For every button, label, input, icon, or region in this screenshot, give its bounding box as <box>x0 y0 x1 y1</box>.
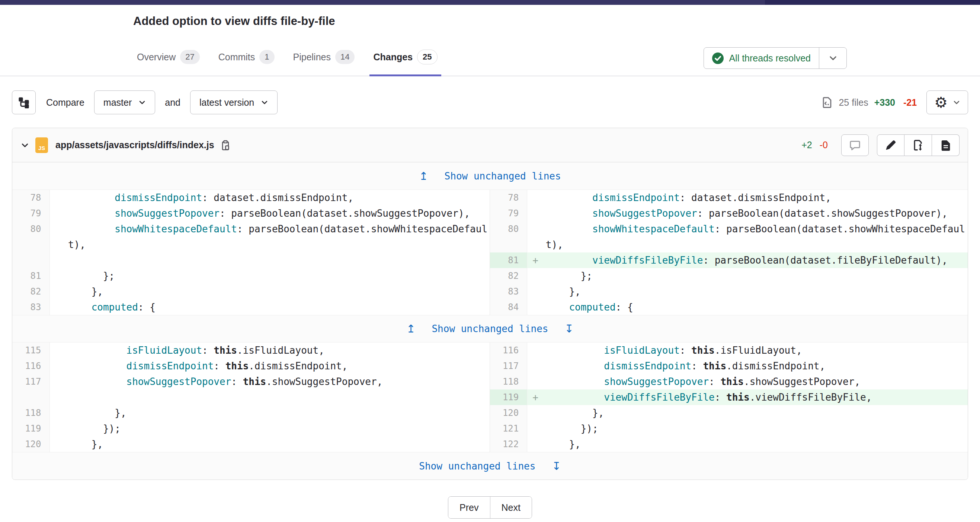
old-line-number[interactable]: 79 <box>12 206 49 221</box>
old-sign-cell <box>49 436 66 452</box>
top-navbar <box>0 0 980 5</box>
new-code-cell: }); <box>544 421 968 436</box>
old-line-number[interactable] <box>12 252 49 268</box>
old-sign-cell <box>49 284 66 299</box>
prev-file-button[interactable]: Prev <box>448 497 490 518</box>
old-sign-cell <box>49 358 66 374</box>
new-sign-cell <box>527 299 544 315</box>
view-file-button[interactable] <box>932 134 959 156</box>
new-line-number[interactable]: 116 <box>490 343 527 358</box>
tab-changes[interactable]: Changes25 <box>369 29 441 76</box>
old-line-number[interactable]: 78 <box>12 190 49 206</box>
new-code-cell: dismissEndpoint: this.dismissEndpoint, <box>544 358 968 374</box>
old-line-number[interactable]: 115 <box>12 343 49 358</box>
new-code-cell: }; <box>544 268 968 284</box>
file-path[interactable]: app/assets/javascripts/diffs/index.js <box>56 140 214 150</box>
toggle-comments-button[interactable] <box>841 134 869 156</box>
diff-stats: 25 files +330 -21 <box>821 97 917 108</box>
new-line-number[interactable]: 80 <box>490 221 527 252</box>
old-line-number[interactable]: 81 <box>12 268 49 284</box>
new-line-number[interactable]: 84 <box>490 299 527 315</box>
next-file-button[interactable]: Next <box>490 497 532 518</box>
expand-lines-link[interactable]: Show unchanged lines <box>431 323 548 334</box>
deletions-count: -21 <box>904 97 917 108</box>
new-line-number[interactable]: 121 <box>490 421 527 436</box>
diff-row: 116 dismissEndpoint: this.dismissEndpoin… <box>12 358 968 374</box>
old-line-number[interactable] <box>12 390 49 405</box>
old-code-cell: computed: { <box>66 299 490 315</box>
old-line-number[interactable]: 119 <box>12 421 49 436</box>
expand-lines-link[interactable]: Show unchanged lines <box>419 461 535 472</box>
copy-to-clipboard-icon[interactable] <box>220 140 231 150</box>
new-line-number[interactable]: 78 <box>490 190 527 206</box>
diff-settings-button[interactable]: ⚙ <box>926 91 968 114</box>
file-actions-group <box>877 134 959 156</box>
tab-label: Overview <box>137 52 176 62</box>
chevron-down-icon <box>138 99 146 106</box>
expand-lines-link[interactable]: Show unchanged lines <box>445 171 561 182</box>
old-code-cell: }, <box>66 436 490 452</box>
expand-up-icon[interactable]: ↥ <box>406 322 415 335</box>
chevron-down-icon <box>261 99 268 106</box>
old-code-cell: }, <box>66 284 490 299</box>
new-sign-cell <box>527 374 544 390</box>
diff-row: 119+ viewDiffsFileByFile: this.viewDiffs… <box>12 390 968 405</box>
old-line-number[interactable]: 82 <box>12 284 49 299</box>
tab-pipelines[interactable]: Pipelines14 <box>290 29 359 76</box>
old-line-number[interactable]: 118 <box>12 405 49 421</box>
additions-count: +330 <box>874 97 895 108</box>
expand-lines-row: ↥Show unchanged lines↧ <box>12 315 968 343</box>
collapse-file-chevron-icon[interactable] <box>21 141 29 150</box>
all-threads-resolved-label: All threads resolved <box>729 53 811 64</box>
diff-row: 81+ viewDiffsFileByFile: parseBoolean(da… <box>12 252 968 268</box>
all-threads-resolved-button[interactable]: All threads resolved <box>704 48 819 69</box>
expand-down-icon[interactable]: ↧ <box>552 460 561 473</box>
resolved-dropdown-toggle[interactable] <box>819 48 846 69</box>
target-version-dropdown[interactable]: latest version <box>190 91 278 114</box>
old-line-number[interactable]: 116 <box>12 358 49 374</box>
diff-file-card: JS app/assets/javascripts/diffs/index.js… <box>12 128 968 480</box>
new-line-number[interactable]: 120 <box>490 405 527 421</box>
source-branch-value: master <box>103 97 132 108</box>
file-deletions: -0 <box>819 140 828 150</box>
old-line-number[interactable]: 80 <box>12 221 49 252</box>
compare-label: Compare <box>46 97 84 108</box>
old-line-number[interactable]: 83 <box>12 299 49 315</box>
chevron-down-icon <box>829 54 837 62</box>
top-navbar-highlight <box>0 0 765 5</box>
old-sign-cell <box>49 421 66 436</box>
pencil-icon <box>885 140 896 151</box>
old-sign-cell <box>49 390 66 405</box>
new-line-number[interactable]: 117 <box>490 358 527 374</box>
file-tree-toggle-button[interactable] <box>12 91 36 114</box>
new-code-cell: }, <box>544 405 968 421</box>
new-line-number[interactable]: 118 <box>490 374 527 390</box>
expand-up-icon[interactable]: ↥ <box>419 170 428 182</box>
old-code-cell: dismissEndpoint: this.dismissEndpoint, <box>66 358 490 374</box>
new-line-number[interactable]: 119 <box>490 390 527 405</box>
diff-body: ↥Show unchanged lines78 dismissEndpoint:… <box>12 162 968 480</box>
tab-label: Changes <box>373 52 413 62</box>
new-line-number[interactable]: 79 <box>490 206 527 221</box>
new-line-number[interactable]: 82 <box>490 268 527 284</box>
tab-overview[interactable]: Overview27 <box>133 29 204 76</box>
diff-row: 82 },83 }, <box>12 284 968 299</box>
new-line-number[interactable]: 83 <box>490 284 527 299</box>
gear-icon: ⚙ <box>934 95 948 110</box>
doc-code-icon <box>821 97 833 108</box>
source-branch-dropdown[interactable]: master <box>94 91 155 114</box>
file-tree-icon <box>18 96 30 109</box>
new-sign-cell: + <box>527 390 544 405</box>
new-code-cell: dismissEndpoint: dataset.dismissEndpoint… <box>544 190 968 206</box>
expand-down-icon[interactable]: ↧ <box>565 322 574 335</box>
compare-versions-button[interactable] <box>904 134 932 156</box>
new-line-number[interactable]: 122 <box>490 436 527 452</box>
new-line-number[interactable]: 81 <box>490 252 527 268</box>
expand-lines-row: ↥Show unchanged lines <box>12 162 968 190</box>
diff-row: 120 },122 }, <box>12 436 968 452</box>
edit-file-button[interactable] <box>877 134 904 156</box>
old-line-number[interactable]: 117 <box>12 374 49 390</box>
old-line-number[interactable]: 120 <box>12 436 49 452</box>
check-circle-icon <box>712 53 724 64</box>
tab-commits[interactable]: Commits1 <box>215 29 278 76</box>
